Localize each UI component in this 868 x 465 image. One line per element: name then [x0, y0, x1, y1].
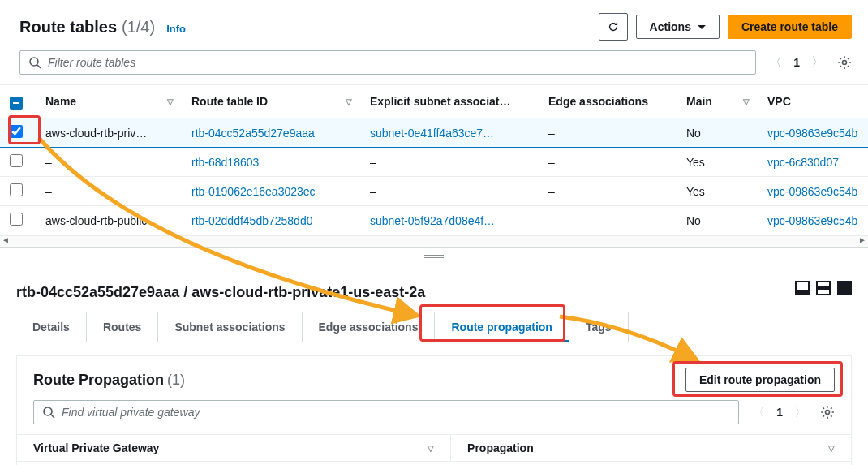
filter-input[interactable]: [48, 56, 747, 69]
route-tables-table: Name▽ Route table ID▽ Explicit subnet as…: [0, 84, 868, 235]
tab-tags[interactable]: Tags: [569, 312, 629, 342]
cell-subnet: –: [370, 185, 376, 198]
settings-icon[interactable]: [837, 55, 852, 70]
propagation-table: Virtual Private Gateway▽ Propagation▽ vg…: [17, 434, 851, 465]
info-link[interactable]: Info: [166, 23, 186, 35]
page-number: 1: [793, 56, 800, 69]
svg-point-5: [826, 411, 830, 415]
page-next[interactable]: 〉: [811, 54, 824, 71]
detail-breadcrumb: rtb-04cc52a55d27e9aaa / aws-cloud-rtb-pr…: [16, 284, 852, 301]
tab-edge-associations[interactable]: Edge associations: [303, 312, 436, 342]
panel-splitter[interactable]: [0, 247, 868, 265]
header-left: Route tables (1/4) Info: [19, 18, 186, 37]
svg-line-1: [37, 65, 41, 68]
sort-icon[interactable]: ▽: [167, 97, 174, 106]
detail-tabs: Details Routes Subnet associations Edge …: [16, 312, 852, 342]
table-row[interactable]: –rtb-019062e16ea3023ec––Yesvpc-09863e9c5…: [0, 177, 868, 206]
col-edge-assoc[interactable]: Edge associations: [548, 95, 648, 108]
panel-layout-split[interactable]: [816, 281, 831, 295]
col-propagation[interactable]: Propagation: [467, 441, 534, 454]
table-row[interactable]: vgw-0325de95eaf671b33 / awscloud-onprem-…: [17, 462, 851, 466]
row-checkbox[interactable]: [10, 125, 23, 138]
col-vpc[interactable]: VPC: [767, 95, 791, 108]
page-header: Route tables (1/4) Info Actions Create r…: [0, 0, 868, 50]
vgw-filter-box[interactable]: [33, 400, 739, 424]
col-main[interactable]: Main: [686, 95, 712, 108]
filter-box[interactable]: [19, 50, 756, 75]
cell-edge: –: [548, 127, 555, 140]
cell-vpc[interactable]: vpc-09863e9c54b: [767, 214, 857, 227]
row-checkbox[interactable]: [10, 154, 23, 167]
section-title: Route Propagation: [33, 372, 164, 388]
cell-subnet[interactable]: subnet-0e41ff4a63ce72…: [370, 127, 500, 140]
svg-point-3: [44, 407, 52, 415]
route-propagation-section: Route Propagation (1) Edit route propaga…: [16, 355, 852, 465]
tab-routes[interactable]: Routes: [87, 312, 158, 342]
row-checkbox[interactable]: [10, 213, 23, 226]
cell-rtb-id[interactable]: rtb-04cc52a55d27e9aaa: [191, 127, 315, 140]
cell-rtb-id[interactable]: rtb-68d18603: [191, 156, 259, 169]
cell-vpc[interactable]: vpc-6c830d07: [767, 156, 839, 169]
cell-name: –: [45, 156, 52, 169]
panel-layout-bottom[interactable]: [795, 281, 810, 295]
svg-line-4: [51, 415, 54, 418]
pagination: 〈 1 〉: [769, 54, 824, 71]
sort-icon[interactable]: ▽: [346, 97, 352, 106]
page-number: 1: [776, 406, 783, 419]
cell-name: aws-cloud-rtb-priv…: [45, 127, 147, 140]
col-vgw[interactable]: Virtual Private Gateway: [33, 441, 159, 454]
tab-route-propagation[interactable]: Route propagation: [435, 312, 569, 342]
filter-row: 〈 1 〉: [0, 50, 868, 84]
cell-subnet: –: [370, 156, 376, 169]
splitter-handle-icon: [424, 255, 444, 258]
cell-rtb-id[interactable]: rtb-019062e16ea3023ec: [191, 185, 316, 198]
caret-down-icon: [698, 25, 706, 29]
select-all-checkbox[interactable]: [10, 97, 23, 110]
search-icon: [42, 406, 55, 419]
cell-subnet[interactable]: subnet-05f92a7d08e4f…: [370, 214, 495, 227]
selection-count: (1/4): [122, 18, 155, 37]
cell-edge: –: [548, 214, 555, 227]
col-route-table-id[interactable]: Route table ID: [191, 95, 268, 108]
table-row[interactable]: aws-cloud-rtb-publicrtb-02dddf45db7258dd…: [0, 206, 868, 235]
section-pagination: 〈 1 〉: [752, 404, 807, 421]
header-actions: Actions Create route table: [599, 13, 852, 41]
col-name[interactable]: Name: [45, 95, 76, 108]
detail-panel: rtb-04cc52a55d27e9aaa / aws-cloud-rtb-pr…: [0, 284, 868, 465]
page-prev[interactable]: 〈: [769, 54, 782, 71]
horizontal-scrollbar[interactable]: [0, 235, 868, 247]
svg-point-0: [30, 58, 38, 66]
cell-vpc[interactable]: vpc-09863e9c54b: [767, 127, 857, 140]
sort-icon[interactable]: ▽: [428, 444, 434, 453]
cell-name: –: [45, 185, 52, 198]
actions-dropdown[interactable]: Actions: [636, 15, 720, 39]
cell-name: aws-cloud-rtb-public: [45, 214, 147, 227]
vgw-filter-input[interactable]: [62, 406, 730, 419]
col-explicit-subnet[interactable]: Explicit subnet associat…: [370, 95, 511, 108]
cell-vpc[interactable]: vpc-09863e9c54b: [767, 185, 857, 198]
row-checkbox[interactable]: [10, 183, 23, 196]
table-row[interactable]: aws-cloud-rtb-priv…rtb-04cc52a55d27e9aaa…: [0, 118, 868, 148]
sort-icon[interactable]: ▽: [743, 97, 750, 106]
tab-details[interactable]: Details: [16, 312, 87, 342]
panel-layout-full[interactable]: [837, 281, 852, 295]
create-route-table-button[interactable]: Create route table: [728, 15, 852, 39]
refresh-icon: [608, 20, 619, 33]
page-title: Route tables: [19, 18, 117, 37]
cell-main: Yes: [686, 156, 705, 169]
table-row[interactable]: –rtb-68d18603––Yesvpc-6c830d07: [0, 148, 868, 177]
section-filter-row: 〈 1 〉: [17, 400, 851, 434]
sort-icon[interactable]: ▽: [828, 444, 835, 453]
page-next[interactable]: 〉: [794, 404, 807, 421]
table-header-row: Name▽ Route table ID▽ Explicit subnet as…: [0, 85, 868, 118]
page-prev[interactable]: 〈: [752, 404, 765, 421]
cell-main: No: [686, 127, 701, 140]
cell-main: Yes: [686, 185, 705, 198]
section-header: Route Propagation (1) Edit route propaga…: [17, 356, 851, 400]
settings-icon[interactable]: [820, 405, 835, 420]
refresh-button[interactable]: [599, 13, 628, 41]
cell-rtb-id[interactable]: rtb-02dddf45db7258dd0: [191, 214, 312, 227]
tab-subnet-associations[interactable]: Subnet associations: [158, 312, 302, 342]
edit-route-propagation-button[interactable]: Edit route propagation: [685, 368, 835, 392]
section-count: (1): [167, 372, 185, 388]
